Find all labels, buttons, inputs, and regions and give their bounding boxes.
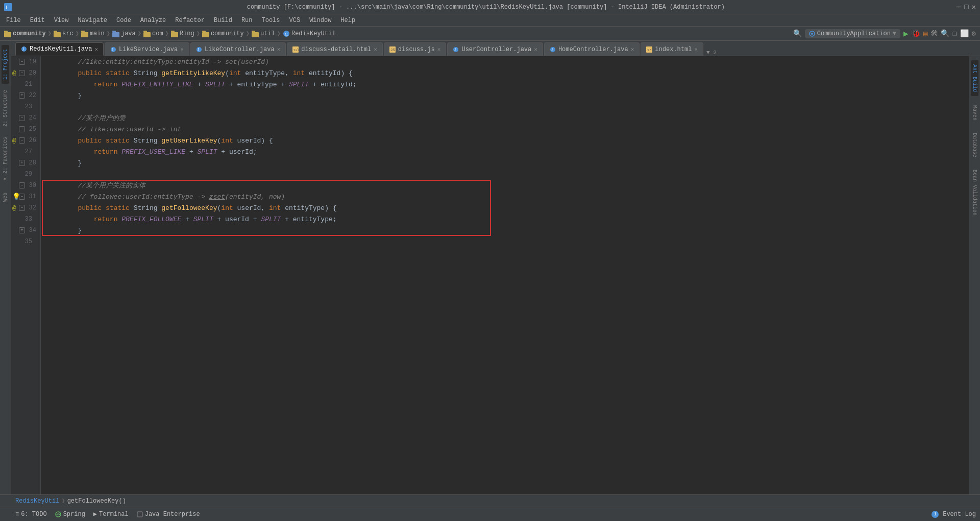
menu-navigate[interactable]: Navigate <box>74 16 111 25</box>
code-line-26[interactable]: public static String getUserLikeKey(int … <box>46 135 980 146</box>
bc-rediskeyutil[interactable]: C RedisKeyUtil <box>283 30 335 37</box>
fold-24[interactable]: – <box>19 115 25 121</box>
panel-bean-validation[interactable]: Bean Validation <box>971 165 978 220</box>
code-line-22[interactable]: } <box>46 90 980 101</box>
code-line-19[interactable]: //like:entity:entityType:entityId -> set… <box>46 56 980 67</box>
tab-close-homecontroller[interactable]: ✕ <box>631 46 634 53</box>
run-config-dropdown[interactable]: CommunityApplication ▼ <box>805 29 900 38</box>
code-line-20[interactable]: public static String getEntityLikeKey(in… <box>46 67 980 79</box>
code-line-25[interactable]: // like:user:userId -> int <box>46 124 980 135</box>
svg-text:J: J <box>22 47 24 52</box>
expand-button[interactable]: ⬜ <box>960 29 969 38</box>
menu-refactor[interactable]: Refactor <box>171 16 209 25</box>
tab-likecontroller[interactable]: J LikeController.java ✕ <box>190 42 286 56</box>
fold-20[interactable]: – <box>19 70 25 76</box>
lightbulb-icon[interactable]: 💡 <box>12 193 20 201</box>
event-log-btn[interactable]: Event Log <box>943 511 976 518</box>
code-editor[interactable]: //like:entity:entityType:entityId -> set… <box>41 56 980 494</box>
code-line-21[interactable]: return PREFIX_ENTITY_LIKE + SPLIT + enti… <box>46 79 980 90</box>
todo-panel[interactable]: ≡ 6: TODO <box>15 511 47 518</box>
menu-file[interactable]: File <box>2 16 25 25</box>
java-enterprise-panel[interactable]: Java Enterprise <box>137 511 200 518</box>
coverage-button[interactable]: ▤ <box>923 29 927 38</box>
panel-project[interactable]: 1: Project <box>2 45 9 56</box>
code-line-31[interactable]: // followee:userId:entityType -> zset(en… <box>46 191 980 202</box>
panel-maven[interactable]: Maven <box>971 101 978 125</box>
tab-close-usercontroller[interactable]: ✕ <box>534 46 537 53</box>
bc-main[interactable]: main <box>81 30 105 37</box>
fold-25[interactable]: – <box>19 126 25 132</box>
terminal-panel[interactable]: ▶ Terminal <box>93 510 129 518</box>
panel-ant-build[interactable]: Ant Build <box>971 60 978 96</box>
bc-java[interactable]: java <box>112 30 136 37</box>
svg-rect-2 <box>4 32 11 37</box>
tab-close-discuss[interactable]: ✕ <box>374 46 377 53</box>
code-line-34[interactable]: } <box>46 225 980 236</box>
tab-likeservice[interactable]: J LikeService.java ✕ <box>105 42 189 56</box>
tabs-overflow[interactable]: ▼ 2 <box>706 50 717 56</box>
menu-analyze[interactable]: Analyze <box>136 16 170 25</box>
vcs-button[interactable]: ❒ <box>952 29 957 38</box>
search-everywhere-icon[interactable]: 🔍 <box>793 29 802 38</box>
code-line-29[interactable] <box>46 169 980 180</box>
panel-database[interactable]: Database <box>971 129 978 161</box>
tab-close-js[interactable]: ✕ <box>437 46 441 53</box>
tab-homecontroller[interactable]: J HomeController.java ✕ <box>544 42 640 56</box>
build-button[interactable]: 🛠 <box>930 30 938 38</box>
code-line-28[interactable]: } <box>46 157 980 169</box>
tab-rediskeyutil[interactable]: J RedisKeyUtil.java ✕ <box>15 42 104 56</box>
menu-vcs[interactable]: VCS <box>285 16 305 25</box>
svg-point-38 <box>56 512 61 517</box>
code-line-33[interactable]: return PREFIX_FOLLOWEE + SPLIT + userId … <box>46 214 980 225</box>
run-button[interactable]: ▶ <box>903 29 909 39</box>
comment-31: // followee:userId:entityType -> <box>46 193 209 201</box>
menu-run[interactable]: Run <box>237 16 257 25</box>
fold-28[interactable]: + <box>19 160 25 166</box>
menu-help[interactable]: Help <box>336 16 359 25</box>
bc-bottom-method[interactable]: getFolloweeKey() <box>67 498 126 505</box>
menu-edit[interactable]: Edit <box>26 16 49 25</box>
code-line-24[interactable]: //某个用户的赞 <box>46 112 980 124</box>
bc-com[interactable]: com <box>143 30 163 37</box>
fold-19[interactable]: – <box>19 59 25 65</box>
bc-src[interactable]: src <box>54 30 74 37</box>
fold-22[interactable]: + <box>19 92 25 99</box>
fold-26[interactable]: – <box>19 137 25 144</box>
tab-index[interactable]: </> index.html ✕ <box>641 42 703 56</box>
annotation-icon-26: @ <box>12 137 16 145</box>
bc-community[interactable]: community <box>4 30 46 37</box>
svg-rect-7 <box>81 31 85 32</box>
minimize-btn[interactable]: — <box>957 3 962 12</box>
code-line-23[interactable] <box>46 101 980 112</box>
spring-panel[interactable]: Spring <box>55 511 85 518</box>
tab-close-likeservice[interactable]: ✕ <box>180 46 184 53</box>
bc-bottom-rediskeyutil[interactable]: RedisKeyUtil <box>15 498 59 505</box>
bc-ring[interactable]: Ring <box>171 30 194 37</box>
tab-discuss-js[interactable]: JS discuss.js ✕ <box>384 42 447 56</box>
code-line-32[interactable]: public static String getFolloweeKey(int … <box>46 202 980 214</box>
tab-close-rediskeyutil[interactable]: ✕ <box>94 46 98 53</box>
fold-34[interactable]: + <box>19 227 25 233</box>
maximize-btn[interactable]: □ <box>964 3 968 11</box>
fold-32[interactable]: – <box>19 205 25 211</box>
menu-view[interactable]: View <box>50 16 73 25</box>
right-tool-panels: Ant Build Maven Database Bean Validation <box>969 56 980 494</box>
tab-usercontroller[interactable]: J UserController.java ✕ <box>447 42 543 56</box>
menu-tools[interactable]: Tools <box>258 16 284 25</box>
menu-code[interactable]: Code <box>112 16 135 25</box>
debug-button[interactable]: 🐞 <box>912 29 920 38</box>
fold-30[interactable]: – <box>19 182 25 188</box>
menu-build[interactable]: Build <box>210 16 236 25</box>
tab-discuss-detail[interactable]: </> discuss-detail.html ✕ <box>287 42 382 56</box>
code-line-35[interactable] <box>46 236 980 247</box>
settings-button[interactable]: ⚙ <box>972 29 976 38</box>
bc-util[interactable]: util <box>252 30 275 37</box>
close-btn[interactable]: ✕ <box>972 3 976 11</box>
menu-window[interactable]: Window <box>305 16 335 25</box>
search-button[interactable]: 🔍 <box>941 29 949 38</box>
tab-close-index[interactable]: ✕ <box>694 46 698 53</box>
tab-close-likecontroller[interactable]: ✕ <box>277 46 281 53</box>
code-line-27[interactable]: return PREFIX_USER_LIKE + SPLIT + userId… <box>46 146 980 157</box>
bc-community2[interactable]: community <box>202 30 244 37</box>
code-line-30[interactable]: //某个用户关注的实体 <box>46 180 980 191</box>
